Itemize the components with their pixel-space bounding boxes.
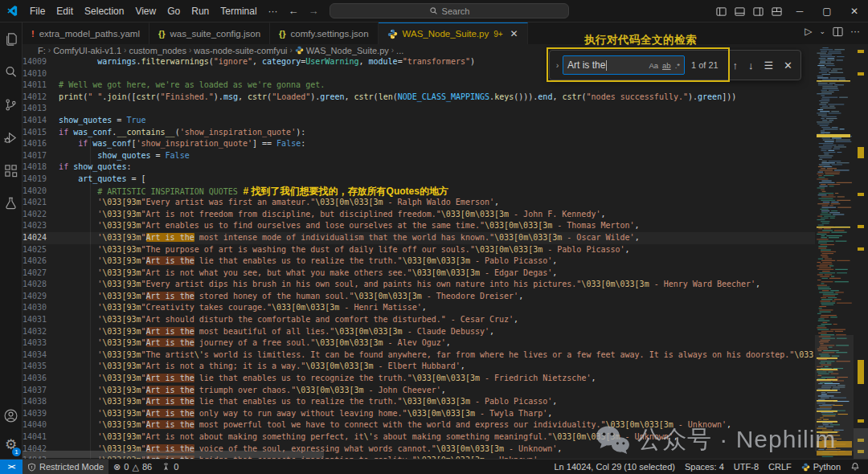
breadcrumb-item[interactable]: was-node-suite-comfyui (194, 46, 287, 55)
code-line[interactable]: 14013 (23, 103, 815, 115)
toggle-panel-icon[interactable] (731, 6, 749, 17)
source-control-icon[interactable] (0, 88, 22, 121)
split-editor-icon[interactable] (833, 27, 843, 37)
code-line[interactable]: 14040 '\033[93m"Art is the most powerful… (23, 419, 815, 431)
menu-run[interactable]: Run (186, 6, 215, 17)
breadcrumb-item[interactable]: custom_nodes (129, 46, 186, 55)
minimap[interactable] (815, 46, 854, 459)
menu-selection[interactable]: Selection (79, 6, 129, 17)
code-line[interactable]: 14032 '\033[93m"Art is the most beautifu… (23, 326, 815, 338)
previous-match-icon[interactable]: ↑ (732, 59, 738, 72)
code-line[interactable]: 14014show_quotes = True (23, 115, 815, 127)
code-line[interactable]: 14035 '\033[93m"Art is not a thing; it i… (23, 361, 815, 373)
language-mode-item[interactable]: Python (796, 460, 845, 474)
code-line[interactable]: 14031 '\033[93m"Art should disturb the c… (23, 314, 815, 326)
toggle-sidebar-icon[interactable] (712, 6, 731, 17)
code-line[interactable]: 14038 '\033[93m"Art is the lie that enab… (23, 396, 815, 408)
minimize-button[interactable]: ─ (786, 0, 813, 22)
menu-more[interactable]: ··· (263, 6, 284, 17)
menu-terminal[interactable]: Terminal (215, 6, 262, 17)
code-line[interactable]: 14019 art_quotes = [ (23, 174, 815, 186)
run-python-file-button[interactable]: ▷ (805, 26, 812, 37)
restricted-mode-item[interactable]: Restricted Mode (23, 460, 108, 474)
tab-label: WAS_Node_Suite.py (403, 29, 489, 39)
problems-item[interactable]: ⊗ 0 △ 86 (108, 460, 157, 474)
code-line[interactable]: 14023 '\033[93m"Art enables us to find o… (23, 220, 815, 232)
next-match-icon[interactable]: ↓ (748, 59, 754, 72)
encoding-item[interactable]: UTF-8 (729, 460, 764, 474)
code-line[interactable]: 14027 '\033[93m"Art is not what you see,… (23, 268, 815, 280)
testing-icon[interactable] (0, 187, 22, 220)
code-line[interactable]: 14026 '\033[93m"Art is the lie that enab… (23, 255, 815, 268)
forward-arrow-icon[interactable]: → (304, 5, 324, 17)
code-line[interactable]: 14012print(" ".join([cstr("Finished.").m… (23, 92, 815, 104)
breadcrumb-item[interactable]: ComfyUI-aki-v1.1 (53, 46, 121, 55)
code-line[interactable]: 14037 '\033[93m"Art is the triumph over … (23, 385, 815, 397)
search-view-icon[interactable] (0, 55, 22, 88)
code-text: if show_quotes: (59, 161, 131, 174)
more-actions-icon[interactable]: ··· (850, 26, 860, 37)
code-line[interactable]: 14034 '\033[93m"The artist\'s world is l… (23, 349, 815, 362)
tab-comfy-settings[interactable]: {} comfy.settings.json (270, 22, 379, 44)
code-line[interactable]: 14022 '\033[93m"Art is not freedom from … (23, 209, 815, 221)
code-line[interactable]: 14021 '\033[93m"Every artist was first a… (23, 197, 815, 209)
settings-gear-icon[interactable]: ⚙ 1 (0, 430, 22, 459)
tab-extra-model-paths[interactable]: ! extra_model_paths.yaml (23, 22, 149, 44)
breadcrumb-item[interactable]: ... (396, 46, 403, 55)
code-line[interactable]: 14017 show_quotes = False (23, 150, 815, 162)
menu-file[interactable]: File (24, 6, 51, 17)
menu-go[interactable]: Go (162, 6, 186, 17)
ports-item[interactable]: 0 (157, 460, 183, 474)
code-line[interactable]: 14029 '\033[93m"Art is the stored honey … (23, 291, 815, 303)
match-case-icon[interactable]: Aa (649, 61, 658, 70)
breadcrumb-item[interactable]: F: (38, 46, 46, 55)
accounts-icon[interactable] (0, 401, 22, 430)
close-find-icon[interactable]: ✕ (784, 59, 792, 72)
code-line[interactable]: 14015if was_conf.__contains__('show_insp… (23, 127, 815, 139)
toggle-secondary-sidebar-icon[interactable] (749, 6, 768, 17)
run-dropdown-icon[interactable]: ⌄ (819, 27, 825, 35)
code-editor[interactable]: 14009 warnings.filterwarnings("ignore", … (23, 56, 815, 459)
find-in-selection-icon[interactable]: ☰ (764, 59, 773, 72)
maximize-button[interactable]: ▢ (813, 0, 841, 22)
back-arrow-icon[interactable]: ← (284, 5, 304, 17)
code-line[interactable]: 14030 '\033[93m"Creativity takes courage… (23, 302, 815, 314)
close-tab-icon[interactable]: ✕ (510, 28, 518, 39)
code-line[interactable]: 14011# Well we got here, we're as loaded… (23, 80, 815, 92)
cursor-position-item[interactable]: Ln 14024, Col 29 (10 selected) (549, 460, 679, 474)
tab-was-node-suite[interactable]: WAS_Node_Suite.py 9+ ✕ (379, 22, 528, 44)
overview-ruler[interactable] (854, 44, 868, 459)
menu-view[interactable]: View (129, 6, 162, 17)
code-line[interactable]: 14016 if was_conf['show_inspiration_quot… (23, 138, 815, 150)
run-debug-icon[interactable] (0, 121, 22, 154)
extensions-icon[interactable] (0, 154, 22, 187)
code-line[interactable]: 14020 # ARTISTIC INSPIRATION QUOTES # 找到… (23, 186, 815, 198)
code-line[interactable]: 14033 '\033[93m"Art is the journey of a … (23, 337, 815, 349)
remote-indicator[interactable]: >< (0, 460, 23, 474)
customize-layout-icon[interactable] (768, 6, 786, 17)
toggle-replace-icon[interactable]: › (552, 60, 563, 70)
vertical-scrollbar-thumb[interactable] (854, 428, 868, 459)
eol-item[interactable]: CRLF (764, 460, 796, 474)
code-line[interactable]: 14039 '\033[93m"Art is the only way to r… (23, 408, 815, 420)
close-window-button[interactable]: ✕ (841, 0, 868, 22)
menu-edit[interactable]: Edit (51, 6, 79, 17)
indentation-item[interactable]: Spaces: 4 (680, 460, 729, 474)
code-line[interactable]: 14028 '\033[93m"Every artist dips his br… (23, 279, 815, 291)
regex-icon[interactable]: .* (675, 61, 680, 70)
code-line[interactable]: 14036 '\033[93m"Art is the lie that enab… (23, 373, 815, 385)
code-line[interactable]: 14041 '\033[93m"Art is not about making … (23, 431, 815, 443)
notifications-bell-icon[interactable] (845, 460, 865, 474)
indent-guide (109, 150, 110, 174)
whole-word-icon[interactable]: ab (662, 61, 671, 70)
explorer-icon[interactable] (0, 22, 22, 55)
breadcrumb-item[interactable]: WAS_Node_Suite.py (306, 46, 389, 55)
command-center-search[interactable]: Search (330, 3, 569, 18)
code-line[interactable]: 14025 '\033[93m"The purpose of art is wa… (23, 244, 815, 256)
code-line[interactable]: 14018if show_quotes: (23, 161, 815, 174)
code-line[interactable]: 14024 '\033[93m"Art is the most intense … (23, 232, 815, 244)
tab-was-suite-config[interactable]: {} was_suite_config.json (149, 22, 270, 44)
tab-label: was_suite_config.json (170, 29, 261, 39)
find-input[interactable]: Art is the Aa ab .* (563, 55, 685, 75)
horizontal-scrollbar[interactable] (23, 451, 324, 458)
